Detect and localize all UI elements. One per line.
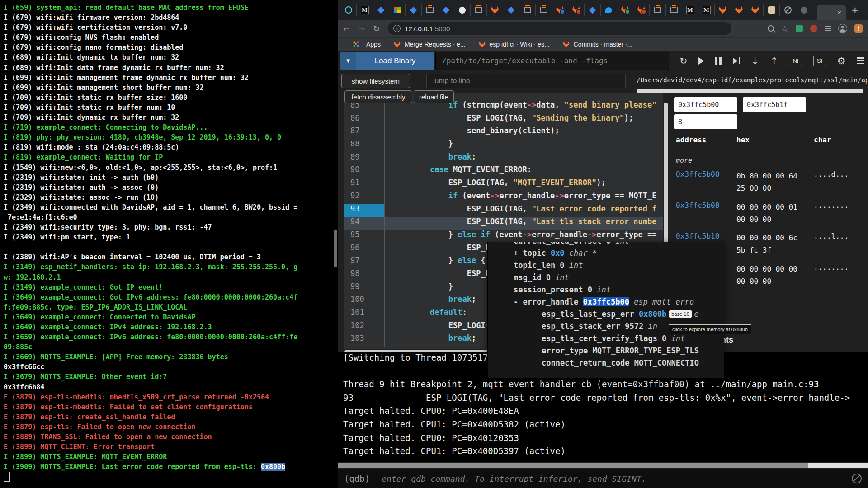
pause-icon[interactable] xyxy=(715,57,722,65)
pinned-tab[interactable] xyxy=(666,4,682,16)
pinned-tab[interactable] xyxy=(633,4,650,16)
gitlab-favicon-icon xyxy=(719,6,726,14)
fetch-disassembly-button[interactable]: fetch disassembly xyxy=(344,90,412,103)
pinned-tab[interactable] xyxy=(438,4,454,16)
pinned-tab[interactable] xyxy=(764,4,780,16)
step-over-icon[interactable] xyxy=(733,57,740,64)
hamburger-menu-icon[interactable] xyxy=(857,57,864,64)
line-number[interactable]: 89 xyxy=(344,152,385,165)
memory-bytes-per-row-input[interactable] xyxy=(674,114,737,129)
extension-icon[interactable] xyxy=(810,25,817,32)
diamond-favicon-icon xyxy=(508,6,515,14)
pinned-tab[interactable] xyxy=(650,4,666,16)
apps-shortcut[interactable]: Apps xyxy=(353,41,381,48)
path-scrollbar[interactable] xyxy=(637,89,863,93)
terminal-line: I (3649) example_connect: Got IPv6 addre… xyxy=(4,293,338,303)
variable-row: session_present 0 int xyxy=(488,285,724,297)
step-into-icon[interactable]: ↓ xyxy=(751,56,759,66)
load-binary-label: Load Binary xyxy=(375,56,416,66)
memory-hex: 0b 80 00 00 64 25 00 00 xyxy=(736,170,797,194)
line-number[interactable]: 103 xyxy=(344,333,385,347)
serial-monitor-terminal[interactable]: I (659) system_api: read default base MA… xyxy=(0,0,338,488)
reload-file-button[interactable]: reload file xyxy=(414,90,454,103)
gear-icon[interactable]: ⚙ xyxy=(837,56,846,66)
bookmark-star-icon[interactable]: ☆ xyxy=(781,24,788,33)
address-bar[interactable]: i 127.0.0.1 :5000 xyxy=(388,22,731,35)
bookmark-item[interactable]: Merge Requests · e... xyxy=(393,41,466,48)
tab-close-icon[interactable]: × xyxy=(837,9,842,16)
new-tab-button[interactable]: + xyxy=(851,5,859,15)
line-number[interactable]: 102 xyxy=(344,321,385,334)
forward-icon[interactable]: → xyxy=(358,24,365,33)
terminal-line: I (3669) MQTTS_EXAMPLE: [APP] Free memor… xyxy=(4,353,338,363)
terminal-scrollbar[interactable] xyxy=(334,230,337,267)
pinned-tab[interactable] xyxy=(780,4,796,16)
next-instruction-button[interactable]: NI xyxy=(789,56,802,66)
signal-icon[interactable] xyxy=(852,474,862,483)
binary-path-input[interactable] xyxy=(435,52,669,70)
profile-avatar[interactable] xyxy=(838,24,847,33)
pinned-tab[interactable] xyxy=(503,4,519,16)
pinned-tab[interactable] xyxy=(552,4,568,16)
gdb-command-bar[interactable]: (gdb) enter gdb command. To interrupt in… xyxy=(338,469,868,488)
memory-hex: 00 00 00 00 01 00 00 00 xyxy=(736,201,797,225)
restart-icon[interactable]: ↻ xyxy=(679,56,688,66)
line-number[interactable]: 100 xyxy=(344,295,385,308)
bookmark-item[interactable]: Commits · master ·... xyxy=(562,41,633,48)
pinned-tab[interactable] xyxy=(568,4,585,16)
pinned-tab[interactable]: M xyxy=(682,4,698,16)
pinned-tab[interactable] xyxy=(715,4,731,16)
reload-icon[interactable]: ↻ xyxy=(373,24,380,33)
load-binary-dropdown[interactable]: ▼ xyxy=(340,52,356,70)
terminal-line: w: 192.168.2.1 xyxy=(4,273,338,283)
memory-start-input[interactable] xyxy=(674,97,737,112)
memory-address-link[interactable]: 0x3ffc5b08 xyxy=(676,201,719,210)
pinned-tab[interactable] xyxy=(454,4,471,16)
load-binary-button[interactable]: Load Binary xyxy=(356,52,434,70)
line-number[interactable]: 87 xyxy=(344,126,385,139)
pinned-tab[interactable]: M xyxy=(698,4,715,16)
pinned-tab[interactable] xyxy=(601,4,617,16)
reload-file-label: reload file xyxy=(419,93,448,101)
show-filesystem-button[interactable]: show filesystem xyxy=(341,74,410,88)
bookmark-label: Commits · master ·... xyxy=(574,41,633,48)
back-icon[interactable]: ← xyxy=(343,24,350,33)
line-number[interactable]: 101 xyxy=(344,308,385,321)
extension-icon[interactable] xyxy=(796,25,803,32)
site-info-icon[interactable]: i xyxy=(393,25,401,32)
bookmark-item[interactable]: esp idf ci · Wiki · es... xyxy=(478,41,550,48)
pinned-tab[interactable] xyxy=(731,4,747,16)
line-number[interactable]: 86 xyxy=(344,113,385,127)
pinned-tab[interactable] xyxy=(422,4,438,16)
memory-address-link[interactable]: 0x3ffc5b10 xyxy=(676,232,719,240)
pinned-tab[interactable] xyxy=(536,4,552,16)
memory-end-input[interactable] xyxy=(743,97,806,112)
line-number[interactable]: 88 xyxy=(344,139,385,152)
console-scrollbar[interactable] xyxy=(338,463,868,468)
browser-menu-icon[interactable]: ⋮ xyxy=(854,24,863,33)
pinned-tab[interactable] xyxy=(471,4,487,16)
pinned-tab[interactable] xyxy=(389,4,406,16)
step-out-icon[interactable]: ↑ xyxy=(770,56,778,66)
jump-to-line-input[interactable] xyxy=(426,74,626,88)
pinned-tab[interactable] xyxy=(406,4,422,16)
reading-list-icon[interactable] xyxy=(825,26,831,31)
memory-more-link[interactable]: more xyxy=(676,156,692,164)
pinned-tab[interactable] xyxy=(585,4,601,16)
pinned-tab[interactable] xyxy=(617,4,633,16)
active-tab[interactable]: × xyxy=(817,5,846,20)
pinned-tab[interactable]: M xyxy=(357,4,373,16)
pinned-tab[interactable] xyxy=(373,4,389,16)
apps-label: Apps xyxy=(366,41,381,48)
zoom-icon[interactable] xyxy=(768,25,774,32)
base16-badge[interactable]: base 16 xyxy=(669,310,691,318)
continue-icon[interactable] xyxy=(698,57,704,65)
terminal-line: 0x3ffc6b84 xyxy=(4,383,338,393)
pinned-tab[interactable] xyxy=(519,4,536,16)
pinned-tab[interactable] xyxy=(796,4,812,16)
step-instruction-button[interactable]: SI xyxy=(813,56,826,66)
pinned-tab[interactable] xyxy=(340,4,357,16)
memory-address-link[interactable]: 0x3ffc5b00 xyxy=(676,170,719,178)
pinned-tab[interactable] xyxy=(487,4,503,16)
pinned-tab[interactable] xyxy=(747,4,764,16)
